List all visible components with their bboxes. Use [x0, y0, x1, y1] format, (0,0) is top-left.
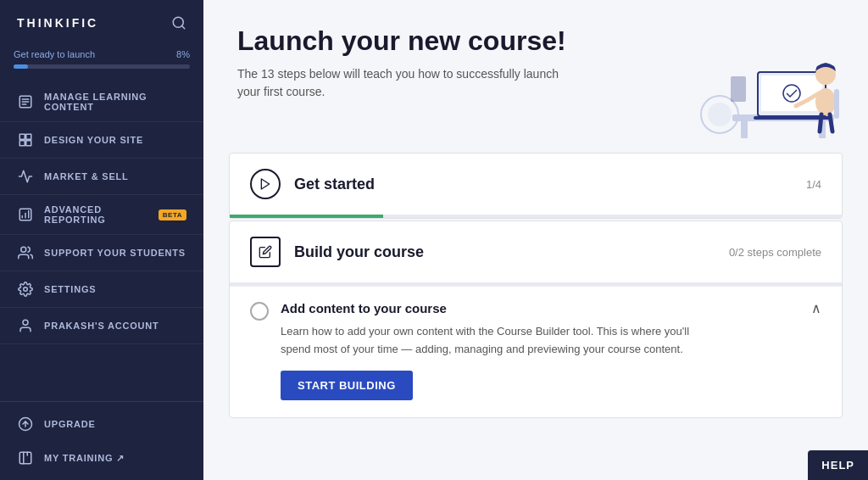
sidebar-nav: MANAGE LEARNING CONTENT DESIGN YOUR SITE…	[0, 79, 203, 401]
start-building-button[interactable]: START BUILDING	[281, 371, 413, 400]
play-icon	[250, 169, 281, 199]
chevron-up-icon: ∧	[811, 300, 821, 316]
svg-point-31	[708, 103, 732, 126]
card-title: Build your course	[294, 243, 424, 261]
sub-item-description: Learn how to add your own content with t…	[281, 323, 704, 359]
sub-item-circle	[250, 302, 269, 321]
sidebar-item-label: SETTINGS	[44, 284, 96, 294]
header-illustration	[682, 25, 834, 136]
main-header: Launch your new course! The 13 steps bel…	[203, 0, 868, 153]
sub-item-add-content: Add content to your course ∧ Learn how t…	[250, 287, 821, 400]
upgrade-icon	[17, 416, 34, 433]
page-subtitle: The 13 steps below will teach you how to…	[237, 65, 559, 101]
card-build-course: Build your course 0/2 steps complete Add…	[229, 220, 843, 418]
svg-rect-6	[19, 134, 25, 139]
svg-rect-24	[761, 75, 822, 111]
sidebar-item-advanced-reporting[interactable]: ADVANCED REPORTING BETA	[0, 195, 203, 235]
sidebar-bottom: Upgrade My training ↗	[0, 401, 203, 480]
svg-rect-9	[26, 141, 31, 146]
support-icon	[17, 244, 34, 261]
card-header-left: Get started	[250, 169, 375, 199]
progress-label-text: Get ready to launch	[14, 49, 95, 59]
progress-section: Get ready to launch 8%	[0, 42, 203, 79]
sub-item-body: Add content to your course ∧ Learn how t…	[281, 300, 821, 400]
sidebar-item-label: MANAGE LEARNING CONTENT	[44, 92, 186, 112]
beta-badge: BETA	[159, 209, 186, 220]
search-icon	[171, 15, 186, 31]
progress-label: Get ready to launch 8%	[14, 49, 190, 59]
sidebar-item-label: DESIGN YOUR SITE	[44, 135, 143, 145]
chart-icon	[17, 168, 34, 185]
edit-icon	[250, 237, 281, 267]
gear-icon	[17, 281, 34, 298]
progress-bar-fill	[14, 64, 28, 69]
svg-rect-8	[19, 141, 25, 146]
svg-line-1	[181, 25, 184, 28]
sidebar-item-label: ADVANCED REPORTING	[44, 204, 148, 225]
main-content: Launch your new course! The 13 steps bel…	[203, 0, 868, 480]
sidebar-header: THINKIFIC	[0, 0, 203, 42]
sidebar-item-design-site[interactable]: DESIGN YOUR SITE	[0, 122, 203, 159]
sidebar-item-settings[interactable]: SETTINGS	[0, 271, 203, 308]
sub-item-title: Add content to your course	[281, 301, 447, 315]
training-icon	[17, 449, 34, 466]
card-build-course-header[interactable]: Build your course 0/2 steps complete	[230, 221, 842, 282]
page-title: Launch your new course!	[237, 25, 566, 57]
sidebar-item-label: MARKET & SELL	[44, 171, 129, 181]
sidebar-item-label: PRAKASH'S ACCOUNT	[44, 321, 159, 331]
sidebar-item-my-training[interactable]: My training ↗	[0, 441, 203, 475]
card-progress-bar	[230, 215, 842, 218]
card-get-started-header[interactable]: Get started 1/4	[230, 153, 842, 215]
sidebar: THINKIFIC Get ready to launch 8% MANAGE …	[0, 0, 203, 480]
sub-item-header[interactable]: Add content to your course ∧	[281, 300, 821, 316]
help-button[interactable]: HELP	[808, 450, 868, 480]
card-progress-text: 0/2 steps complete	[729, 246, 821, 259]
sidebar-item-manage-learning[interactable]: MANAGE LEARNING CONTENT	[0, 82, 203, 122]
person-icon	[17, 317, 34, 334]
card-header-left: Build your course	[250, 237, 424, 267]
svg-rect-26	[754, 116, 830, 120]
progress-bar-background	[14, 64, 190, 69]
svg-point-14	[21, 247, 26, 252]
sidebar-item-account[interactable]: PRAKASH'S ACCOUNT	[0, 308, 203, 344]
card-title: Get started	[294, 176, 375, 193]
logo: THINKIFIC	[17, 16, 98, 30]
svg-point-16	[23, 320, 28, 325]
svg-rect-19	[19, 452, 31, 464]
grid-icon	[17, 131, 34, 148]
svg-rect-21	[741, 121, 748, 138]
progress-percent: 8%	[176, 49, 190, 59]
header-text: Launch your new course! The 13 steps bel…	[237, 25, 566, 101]
search-button[interactable]	[171, 15, 186, 31]
sidebar-item-support-students[interactable]: SUPPORT YOUR STUDENTS	[0, 235, 203, 271]
my-training-label: My training ↗	[44, 453, 125, 464]
svg-rect-7	[26, 134, 31, 139]
svg-rect-32	[731, 76, 746, 102]
sidebar-item-upgrade[interactable]: Upgrade	[0, 407, 203, 441]
svg-point-15	[24, 287, 28, 292]
svg-rect-29	[834, 89, 839, 119]
card-content: Add content to your course ∧ Learn how t…	[230, 286, 842, 417]
card-get-started: Get started 1/4	[229, 153, 843, 219]
sidebar-item-market-sell[interactable]: MARKET & SELL	[0, 159, 203, 195]
card-progress-fill	[230, 215, 383, 218]
sidebar-item-label: SUPPORT YOUR STUDENTS	[44, 248, 186, 258]
reporting-icon	[17, 206, 34, 223]
document-icon	[17, 93, 34, 110]
cards-container: Get started 1/4 Build your course	[203, 153, 868, 445]
card-progress-text: 1/4	[806, 178, 821, 191]
svg-marker-33	[261, 179, 269, 189]
upgrade-label: Upgrade	[44, 419, 96, 429]
